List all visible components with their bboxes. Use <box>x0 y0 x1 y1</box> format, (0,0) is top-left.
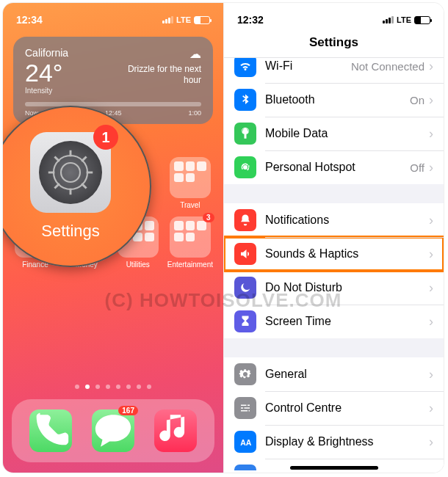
folder-entertainment[interactable]: 3 Entertainment <box>167 216 213 269</box>
sliders-icon <box>234 397 256 419</box>
weather-location: California <box>25 47 68 59</box>
chevron-right-icon: › <box>429 367 433 382</box>
moon-icon <box>234 277 256 299</box>
chevron-right-icon: › <box>429 434 433 450</box>
chevron-right-icon: › <box>429 92 433 108</box>
chevron-right-icon: › <box>429 280 433 296</box>
settings-row-notifications[interactable]: Notifications› <box>224 203 444 237</box>
navbar-title: Settings <box>224 31 444 58</box>
hourglass-icon <box>234 310 256 332</box>
wifi-icon <box>234 58 256 77</box>
gear-icon <box>39 141 102 204</box>
status-time: 12:34 <box>16 14 43 26</box>
settings-row-control-centre[interactable]: Control Centre› <box>224 391 444 425</box>
gear-icon <box>234 363 256 385</box>
bluetooth-icon <box>234 89 256 111</box>
dock: 167 <box>12 399 214 462</box>
sound-icon <box>234 243 256 265</box>
bell-icon <box>234 209 256 231</box>
phone-icon <box>29 409 72 452</box>
settings-row-sounds-haptics[interactable]: Sounds & Haptics› <box>224 237 444 271</box>
chevron-right-icon: › <box>429 126 433 142</box>
svg-point-1 <box>61 163 80 182</box>
weather-intensity-label: Intensity <box>25 87 68 95</box>
dock-phone[interactable] <box>29 409 72 452</box>
chevron-right-icon: › <box>429 401 433 416</box>
folder-label: Utilities <box>126 261 150 269</box>
status-bar-left: 12:34 LTE <box>3 3 223 31</box>
svg-line-8 <box>82 156 86 161</box>
weather-intensity-bar <box>25 102 201 106</box>
weather-forecast: Drizzle for the next hour <box>120 64 201 86</box>
battery-icon <box>414 16 430 24</box>
status-time: 12:32 <box>237 14 264 26</box>
settings-row-screen-time[interactable]: Screen Time› <box>224 305 444 338</box>
svg-line-7 <box>82 183 86 188</box>
status-bar-right: 12:32 LTE <box>224 3 444 31</box>
settings-badge: 1 <box>93 125 118 150</box>
aa-icon: AA <box>234 431 256 453</box>
row-label: Display & Brightness <box>265 435 429 448</box>
row-label: Sounds & Haptics <box>265 247 429 261</box>
settings-row-display-brightness[interactable]: AADisplay & Brightness› <box>224 425 444 459</box>
svg-line-6 <box>54 156 59 161</box>
row-label: Control Centre <box>265 401 429 415</box>
svg-text:AA: AA <box>240 438 252 447</box>
battery-icon <box>194 16 210 24</box>
messages-badge: 167 <box>118 406 138 415</box>
settings-row-wi-fi[interactable]: Wi-FiNot Connected› <box>224 58 444 83</box>
page-dots[interactable] <box>3 385 223 389</box>
network-label: LTE <box>397 15 411 24</box>
cloud-icon: ☁︎ <box>120 47 201 61</box>
svg-line-9 <box>54 183 59 188</box>
settings-row-do-not-disturb[interactable]: Do Not Disturb› <box>224 271 444 305</box>
chevron-right-icon: › <box>429 59 433 74</box>
hotspot-icon <box>234 156 256 178</box>
chevron-right-icon: › <box>429 160 433 175</box>
status-right: LTE <box>383 15 430 24</box>
music-icon <box>154 409 197 452</box>
home-screen: 12:34 LTE California 24° Intensity ☁︎ Dr… <box>3 3 223 473</box>
antenna-icon <box>234 123 256 145</box>
row-label: Bluetooth <box>265 93 410 106</box>
settings-list[interactable]: Wi-FiNot Connected›BluetoothOn›Mobile Da… <box>224 58 444 470</box>
chevron-right-icon: › <box>429 468 433 471</box>
message-icon <box>92 409 134 452</box>
network-label: LTE <box>176 15 191 24</box>
settings-row-mobile-data[interactable]: Mobile Data› <box>224 117 444 150</box>
settings-row-bluetooth[interactable]: BluetoothOn› <box>224 83 444 117</box>
row-label: Wi-Fi <box>265 59 351 73</box>
folder-travel[interactable]: Travel <box>167 157 213 209</box>
row-label: Personal Hotspot <box>265 161 410 174</box>
row-value: Off <box>410 161 424 174</box>
signal-icon <box>162 16 173 23</box>
weather-temperature: 24° <box>25 60 68 85</box>
row-label: Mobile Data <box>265 127 429 140</box>
folder-label: Travel <box>180 201 200 209</box>
status-right: LTE <box>162 15 210 24</box>
dock-music[interactable] <box>154 409 197 452</box>
row-label: Screen Time <box>265 315 429 328</box>
chevron-right-icon: › <box>429 247 433 262</box>
settings-label: Settings <box>41 222 100 241</box>
row-label: General <box>265 368 429 381</box>
row-label: Notifications <box>265 214 429 227</box>
row-label: Do Not Disturb <box>265 281 429 294</box>
home-indicator[interactable] <box>290 466 378 470</box>
row-value: Not Connected <box>351 60 424 73</box>
settings-screen: 12:32 LTE Settings Wi-FiNot Connected›Bl… <box>223 3 444 473</box>
folder-label: Entertainment <box>167 261 213 269</box>
signal-icon <box>383 16 394 23</box>
folder-badge: 3 <box>203 213 214 222</box>
grid-icon <box>234 465 256 470</box>
settings-row-personal-hotspot[interactable]: Personal HotspotOff› <box>224 150 444 184</box>
dock-messages[interactable]: 167 <box>92 409 134 452</box>
settings-app-icon[interactable]: 1 <box>30 132 111 213</box>
chevron-right-icon: › <box>429 213 433 228</box>
settings-row-general[interactable]: General› <box>224 357 444 391</box>
chevron-right-icon: › <box>429 314 433 329</box>
row-value: On <box>410 94 424 106</box>
